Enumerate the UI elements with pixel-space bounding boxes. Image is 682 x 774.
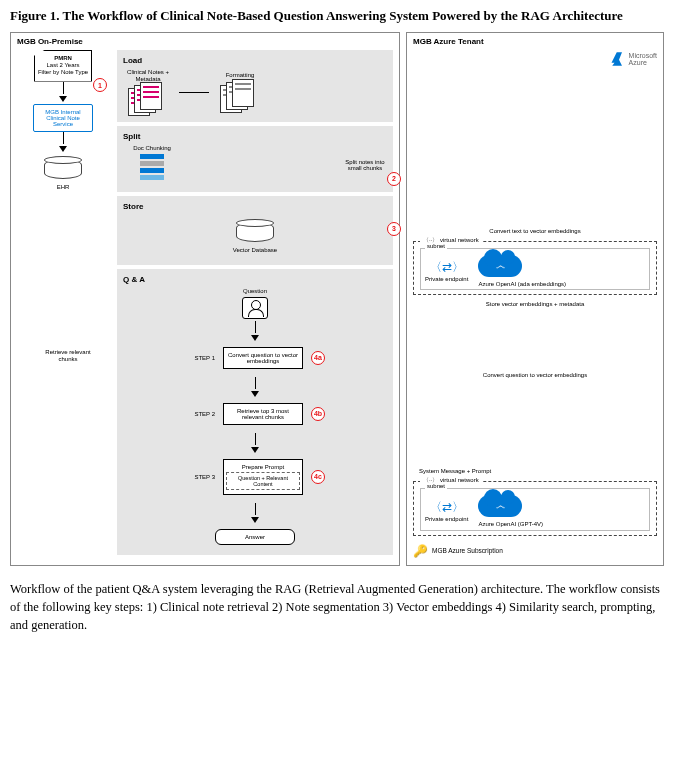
stage-store: Store Vector Database 3 [117, 196, 393, 266]
chunk-icon [132, 152, 172, 186]
subnet-2-label: subnet [425, 483, 447, 489]
figure-caption: Workflow of the patient Q&A system lever… [10, 580, 672, 634]
private-endpoint-label-2: Private endpoint [425, 516, 468, 523]
stage-load: Load Clinical Notes + Metadata [117, 50, 393, 122]
pmrn-title: PMRN [37, 55, 89, 62]
azure-brand-ms: Microsoft [629, 52, 657, 59]
stage-split-label: Split [123, 132, 387, 141]
formatting-label: Formatting [215, 72, 265, 79]
stage-qa: Q & A Question STEP 1 Convert question t… [117, 269, 393, 555]
ehr-database-icon [44, 156, 82, 182]
private-endpoint-label-1: Private endpoint [425, 276, 468, 283]
panel-azure-title: MGB Azure Tenant [413, 37, 657, 46]
system-message-prompt-label: System Message + Prompt [419, 468, 657, 475]
subnet-2: subnet 〈⇄〉 Private endpoint ෴ Azure Open… [420, 488, 650, 531]
step3-title: Prepare Prompt [242, 464, 284, 470]
step1-label: STEP 1 [185, 355, 215, 361]
azure-brand-az: Azure [629, 59, 657, 66]
vector-db-icon [236, 219, 274, 245]
clinical-note-service-box: MGB Internal Clinical Note Service [33, 104, 93, 132]
step-badge-4a: 4a [311, 351, 325, 365]
vnet-2: 〈··〉 virtual network subnet 〈⇄〉 Private … [413, 481, 657, 536]
step-badge-3: 3 [387, 222, 401, 236]
convert-text-embeddings-label: Convert text to vector embeddings [413, 228, 657, 235]
azure-logo-icon [607, 50, 625, 68]
panel-azure-tenant: MGB Azure Tenant Microsoft Azure Convert… [406, 32, 664, 566]
subnet-1: subnet 〈⇄〉 Private endpoint ෴ Azure Open… [420, 248, 650, 291]
user-icon [242, 297, 268, 319]
clinical-notes-metadata-label: Clinical Notes + Metadata [123, 69, 173, 82]
vnet-1: 〈··〉 virtual network subnet 〈⇄〉 Private … [413, 241, 657, 296]
step2-label: STEP 2 [185, 411, 215, 417]
panel-on-premise: MGB On-Premise PMRN Last 2 Years Filter … [10, 32, 400, 566]
subscription-label: MGB Azure Subscription [432, 547, 503, 554]
azure-logo: Microsoft Azure [413, 50, 657, 68]
azure-openai-ada-label: Azure OpenAI (ada embeddings) [478, 281, 566, 288]
azure-openai-gpt4v-label: Azure OpenAI (GPT-4V) [478, 521, 543, 528]
split-notes-label: Split notes into small chunks [343, 159, 387, 172]
vector-db-label: Vector Database [123, 247, 387, 254]
source-column: PMRN Last 2 Years Filter by Note Type MG… [17, 50, 109, 190]
subnet-1-label: subnet [425, 243, 447, 249]
pmrn-filter: Filter by Note Type [37, 69, 89, 76]
azure-openai-icon-1: ෴ [478, 255, 522, 281]
pmrn-last2: Last 2 Years [37, 62, 89, 69]
store-vector-embeddings-label: Store vector embeddings + metadata [413, 301, 657, 308]
figure-title: Figure 1. The Workflow of Clinical Note-… [10, 8, 672, 24]
step3-label: STEP 3 [185, 474, 215, 480]
step2-box: Retrieve top 3 most relevant chunks [223, 403, 303, 425]
private-endpoint-icon-2: 〈⇄〉 [425, 499, 468, 516]
step3-sub: Question + Relevant Content [226, 472, 300, 490]
panel-on-premise-title: MGB On-Premise [17, 37, 393, 46]
azure-openai-icon-2: ෴ [478, 495, 522, 521]
step-badge-1: 1 [93, 78, 107, 92]
ehr-label: EHR [17, 184, 109, 190]
retrieve-chunks-label: Retrieve relevant chunks [43, 349, 93, 362]
step-badge-4c: 4c [311, 470, 325, 484]
step-badge-4b: 4b [311, 407, 325, 421]
private-endpoint-icon-1: 〈⇄〉 [425, 259, 468, 276]
subscription-footer: 🔑 MGB Azure Subscription [413, 544, 657, 558]
pmrn-box: PMRN Last 2 Years Filter by Note Type [34, 50, 92, 82]
step-badge-2: 2 [387, 172, 401, 186]
step1-box: Convert question to vector embeddings [223, 347, 303, 369]
answer-box: Answer [215, 529, 295, 545]
question-label: Question [243, 288, 267, 295]
stage-qa-label: Q & A [123, 275, 387, 284]
doc-chunking-label: Doc Chunking [123, 145, 181, 152]
stage-split: Split Doc Chunking Split n [117, 126, 393, 192]
stage-store-label: Store [123, 202, 387, 211]
convert-question-embeddings-label: Convert question to vector embeddings [413, 372, 657, 379]
step3-box: Prepare Prompt Question + Relevant Conte… [223, 459, 303, 495]
notes-docs-icon [128, 82, 168, 116]
formatting-docs-icon [220, 79, 260, 113]
workflow-diagram: MGB On-Premise PMRN Last 2 Years Filter … [10, 32, 672, 566]
stage-load-label: Load [123, 56, 387, 65]
key-icon: 🔑 [413, 544, 428, 558]
